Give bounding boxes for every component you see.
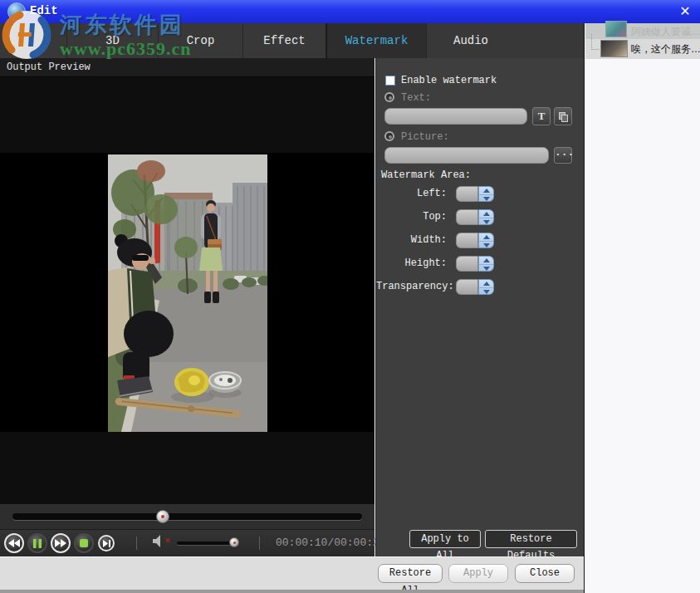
top-row: Top: [376,209,585,226]
top-spinner-down-icon[interactable] [479,218,493,224]
seek-bar-area [0,504,374,529]
left-spinner-down-icon[interactable] [479,194,493,201]
list-item-label: 阿姨做人要诚… [631,25,700,39]
fast-forward-button[interactable] [51,533,71,553]
watermark-area-label: Watermark Area: [381,169,471,181]
tab-audio[interactable]: Audio [426,23,515,58]
list-item[interactable]: 阿姨做人要诚… [585,23,700,39]
text-radio[interactable] [384,92,394,102]
fast-forward-icon [55,539,66,547]
video-thumbnail [600,40,628,57]
divider [136,537,137,550]
left-spinner-up-icon[interactable] [479,187,493,194]
top-spinner [456,209,494,225]
list-item[interactable]: 唉，这个服务… [585,39,700,59]
text-radio-label: Text: [401,92,431,104]
top-label: Top: [376,211,447,223]
font-color-button[interactable] [554,107,572,125]
width-label: Width: [376,234,447,246]
picture-radio-label: Picture: [401,131,449,143]
transparency-spinner-up-icon[interactable] [479,280,493,287]
tab-bar: 3D Crop Effect Watermark Audio [0,23,585,58]
preview-area [0,77,374,504]
volume-thumb[interactable] [229,537,239,547]
background-window: 阿姨做人要诚… 唉，这个服务… [584,23,700,593]
tab-3d[interactable]: 3D [66,23,158,58]
app-globe-icon [7,2,26,21]
top-spinner-value[interactable] [456,209,478,225]
height-spinner-value[interactable] [456,256,478,272]
enable-watermark-label: Enable watermark [401,75,497,86]
close-button[interactable]: Close [515,564,575,583]
left-label: Left: [376,188,447,199]
footer-edge [0,590,585,593]
top-spinner-up-icon[interactable] [479,210,493,217]
step-frame-icon [103,540,110,547]
output-preview-header: Output Preview [0,58,374,77]
rewind-icon [8,539,20,547]
transport-bar: ✕ 00:00:10/00:00:23 [0,529,374,556]
width-spinner-value[interactable] [456,233,478,248]
font-button[interactable]: T [532,107,551,125]
height-row: Height: [376,256,585,272]
list-item-label: 唉，这个服务… [631,42,700,56]
tab-watermark[interactable]: Watermark [326,23,426,58]
enable-watermark-checkbox[interactable] [385,76,395,86]
width-spinner-down-icon[interactable] [479,241,493,247]
restore-all-button[interactable]: Restore All [378,564,443,583]
height-spinner [456,256,494,272]
video-frame [108,154,267,432]
transparency-row: Transparency: [376,279,585,296]
watermark-panel: Enable watermark Text: T Picture: ... Wa… [375,58,584,556]
stop-icon [80,539,88,547]
picture-radio[interactable] [384,131,394,141]
height-spinner-down-icon[interactable] [479,264,493,271]
footer-bar: Restore All Apply Close [0,556,585,590]
video-thumbnail [605,21,627,37]
apply-button[interactable]: Apply [448,564,508,583]
divider [259,537,260,550]
watermark-picture-input[interactable] [384,147,549,164]
close-icon[interactable]: ✕ [677,3,693,20]
height-label: Height: [376,257,447,269]
pause-icon [33,539,42,548]
apply-to-all-button[interactable]: Apply to All [409,530,481,548]
restore-defaults-button[interactable]: Restore Defaults [485,530,577,548]
edit-dialog: Edit ✕ 3D Crop Effect Watermark Audio Ou… [0,0,700,593]
stop-button[interactable] [74,533,94,553]
step-frame-button[interactable] [98,535,115,551]
time-display: 00:00:10/00:00:23 [276,537,386,549]
overlap-squares-icon [561,115,568,122]
left-spinner [456,186,494,202]
left-spinner-value[interactable] [456,186,478,202]
rewind-button[interactable] [4,533,24,553]
width-spinner-up-icon[interactable] [479,233,493,240]
width-row: Width: [376,233,585,249]
transparency-label: Transparency: [376,281,447,292]
transparency-spinner-value[interactable] [456,279,478,295]
pause-button[interactable] [27,533,47,553]
seek-thumb[interactable] [156,510,169,523]
left-row: Left: [376,186,585,203]
mute-button[interactable]: ✕ [153,535,171,550]
seek-track[interactable] [12,513,362,520]
browse-button[interactable]: ... [554,147,572,164]
width-spinner [456,233,494,248]
transparency-spinner [456,279,494,295]
watermark-text-input[interactable] [384,108,527,125]
tab-crop[interactable]: Crop [158,23,242,58]
tab-effect[interactable]: Effect [242,23,326,58]
speaker-muted-icon [153,535,165,547]
window-title: Edit [30,4,58,17]
mute-x-icon: ✕ [164,537,171,545]
transparency-spinner-down-icon[interactable] [479,287,493,294]
height-spinner-up-icon[interactable] [479,257,493,263]
titlebar: Edit ✕ [0,0,700,23]
